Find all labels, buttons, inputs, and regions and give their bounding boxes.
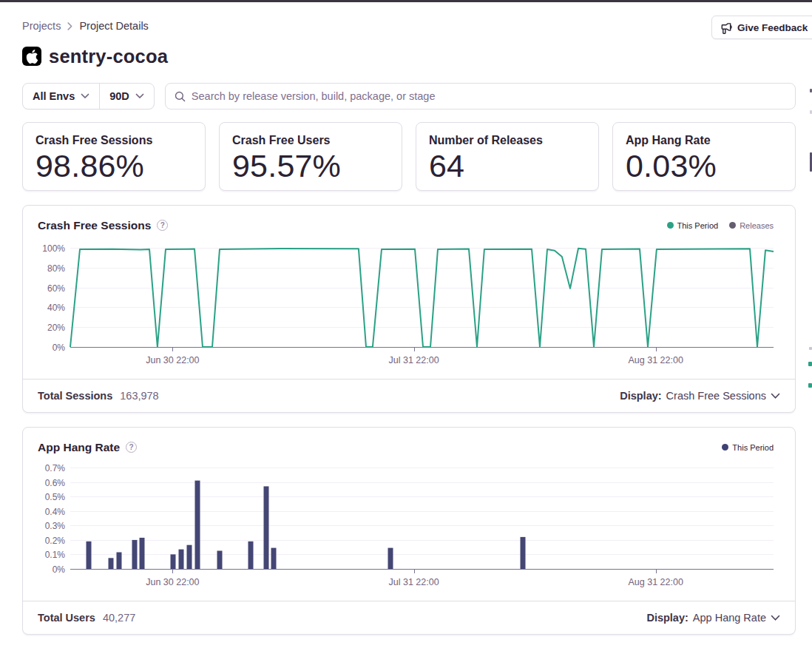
search-icon (175, 91, 186, 102)
legend-dot (667, 222, 674, 229)
cut-off-element-stub (808, 383, 812, 388)
svg-text:Jul 31 22:00: Jul 31 22:00 (389, 577, 439, 587)
svg-text:Jun 30 22:00: Jun 30 22:00 (146, 355, 199, 365)
release-search-bar[interactable] (165, 83, 796, 109)
help-icon[interactable]: ? (157, 220, 168, 231)
chart-footer: Total Users 40,277 Display: App Hang Rat… (23, 601, 795, 634)
stat-cards-row: Crash Free Sessions 98.86%Crash Free Use… (22, 122, 796, 191)
display-label: Display: (620, 390, 661, 402)
svg-text:0.5%: 0.5% (45, 492, 66, 502)
date-range-filter-label: 90D (109, 90, 129, 102)
header-row: Projects Project Details Give Feedback (22, 2, 812, 46)
help-icon[interactable]: ? (126, 442, 137, 453)
chevron-down-icon (771, 615, 780, 621)
total-value: 163,978 (120, 390, 158, 402)
environment-filter[interactable]: All Envs (23, 84, 99, 109)
display-value: App Hang Rate (693, 612, 766, 624)
cut-off-element-stub (808, 362, 812, 366)
svg-text:Aug 31 22:00: Aug 31 22:00 (629, 577, 683, 587)
svg-text:Jun 30 22:00: Jun 30 22:00 (146, 577, 199, 587)
search-input[interactable] (192, 90, 786, 102)
legend-dot (722, 444, 728, 451)
legend-item[interactable]: Releases (729, 221, 774, 230)
total-label: Total Sessions (38, 390, 112, 402)
display-value: Crash Free Sessions (666, 390, 766, 402)
stat-card-value: 0.03% (626, 148, 782, 184)
legend-item[interactable]: This Period (722, 443, 774, 452)
chart-header: App Hang Rate ? This Period (23, 428, 795, 457)
svg-text:0.1%: 0.1% (45, 550, 66, 560)
display-select[interactable]: Display: Crash Free Sessions (620, 390, 780, 402)
chevron-down-icon (81, 93, 89, 99)
stat-card: App Hang Rate 0.03% (612, 122, 796, 191)
svg-text:0.2%: 0.2% (45, 536, 66, 546)
stat-card: Number of Releases 64 (416, 122, 599, 191)
cut-off-element-stub (809, 347, 812, 350)
legend-item[interactable]: This Period (667, 221, 719, 230)
legend-label: This Period (732, 443, 774, 452)
legend-dot (729, 222, 736, 229)
total-label: Total Users (38, 612, 95, 624)
display-label: Display: (646, 612, 688, 624)
give-feedback-button[interactable]: Give Feedback (711, 16, 812, 39)
svg-text:80%: 80% (47, 263, 65, 274)
svg-text:0.3%: 0.3% (45, 521, 66, 531)
breadcrumb-projects-link[interactable]: Projects (22, 20, 61, 32)
stat-card-label: Number of Releases (429, 134, 586, 147)
filter-row: All Envs 90D (22, 83, 796, 109)
svg-text:0.7%: 0.7% (45, 463, 66, 473)
give-feedback-label: Give Feedback (737, 22, 808, 33)
stat-card-label: App Hang Rate (626, 134, 782, 147)
stat-card-value: 64 (429, 148, 586, 184)
stat-card: Crash Free Users 95.57% (219, 122, 402, 191)
svg-text:100%: 100% (42, 243, 65, 254)
svg-text:40%: 40% (47, 303, 65, 313)
svg-text:Jul 31 22:00: Jul 31 22:00 (389, 355, 439, 365)
project-name: sentry-cocoa (49, 46, 168, 67)
svg-text:20%: 20% (47, 323, 65, 333)
stat-card-value: 98.86% (35, 148, 192, 184)
apple-platform-icon (22, 47, 41, 66)
chart-footer: Total Sessions 163,978 Display: Crash Fr… (23, 379, 795, 412)
stat-card-value: 95.57% (232, 148, 389, 184)
crash-free-sessions-panel: Crash Free Sessions ? This Period Releas… (22, 205, 796, 413)
legend-label: Releases (740, 221, 774, 230)
app-hang-rate-panel: App Hang Rate ? This Period 0%0.1%0.2%0.… (22, 427, 796, 635)
breadcrumb-current: Project Details (79, 20, 148, 32)
chart-title: Crash Free Sessions (38, 219, 151, 232)
project-details-page: Projects Project Details Give Feedback s… (0, 2, 812, 635)
chart-legend: This Period Releases (667, 221, 774, 230)
chart-title: App Hang Rate (38, 441, 120, 454)
environment-filter-label: All Envs (33, 90, 75, 102)
svg-text:Aug 31 22:00: Aug 31 22:00 (629, 355, 683, 365)
breadcrumb: Projects Project Details (22, 20, 149, 32)
svg-text:0.6%: 0.6% (45, 478, 66, 488)
legend-label: This Period (677, 221, 719, 230)
chart-legend: This Period (722, 443, 774, 452)
project-title-row: sentry-cocoa (22, 46, 812, 67)
chart-header: Crash Free Sessions ? This Period Releas… (23, 206, 795, 235)
display-select[interactable]: Display: App Hang Rate (646, 612, 780, 624)
date-range-filter[interactable]: 90D (100, 84, 154, 109)
svg-text:60%: 60% (47, 283, 65, 294)
chevron-down-icon (135, 93, 144, 99)
breadcrumb-chevron-icon (67, 22, 72, 30)
megaphone-icon (720, 21, 732, 34)
stat-card-label: Crash Free Sessions (35, 134, 192, 147)
svg-text:0%: 0% (53, 343, 66, 353)
svg-text:0%: 0% (53, 564, 66, 575)
chart-area[interactable]: 0%20%40%60%80%100%Jun 30 22:00Jul 31 22:… (23, 235, 795, 379)
svg-text:0.4%: 0.4% (45, 507, 66, 517)
chevron-down-icon (771, 393, 780, 399)
stat-card-label: Crash Free Users (232, 134, 389, 147)
stat-card: Crash Free Sessions 98.86% (22, 122, 206, 191)
total-value: 40,277 (103, 612, 135, 624)
chart-area[interactable]: 0%0.1%0.2%0.3%0.4%0.5%0.6%0.7%Jun 30 22:… (23, 457, 795, 601)
page-filter-bar: All Envs 90D (22, 83, 155, 109)
